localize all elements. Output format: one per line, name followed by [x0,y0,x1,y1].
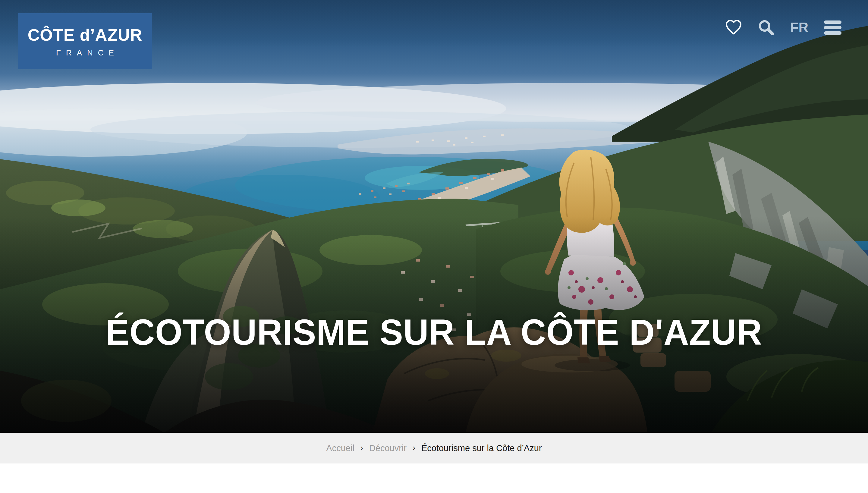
page-title: ÉCOTOURISME SUR LA CÔTE D'AZUR [13,314,855,350]
heart-icon [725,20,742,35]
breadcrumb-separator: › [413,443,415,453]
search-button[interactable] [758,19,775,36]
hero-section: CÔTE d’AZUR FRANCE FR [0,0,868,433]
hamburger-icon [824,18,842,37]
favorites-button[interactable] [725,20,742,35]
search-icon [758,19,775,36]
header-controls: FR [725,18,842,37]
site-logo[interactable]: CÔTE d’AZUR FRANCE [18,13,152,69]
breadcrumb-separator: › [361,443,363,453]
breadcrumb-current: Écotourisme sur la Côte d’Azur [421,443,542,453]
logo-title: CÔTE d’AZUR [28,25,143,45]
menu-button[interactable] [824,18,842,37]
language-selector[interactable]: FR [790,20,808,35]
logo-subtitle: FRANCE [51,48,119,58]
breadcrumb-link-home[interactable]: Accueil [326,443,354,453]
site-header: CÔTE d’AZUR FRANCE FR [0,0,868,78]
breadcrumb-link-discover[interactable]: Découvrir [369,443,407,453]
page: CÔTE d’AZUR FRANCE FR [0,0,868,493]
breadcrumb: Accueil › Découvrir › Écotourisme sur la… [0,433,868,464]
content-area [0,464,868,493]
